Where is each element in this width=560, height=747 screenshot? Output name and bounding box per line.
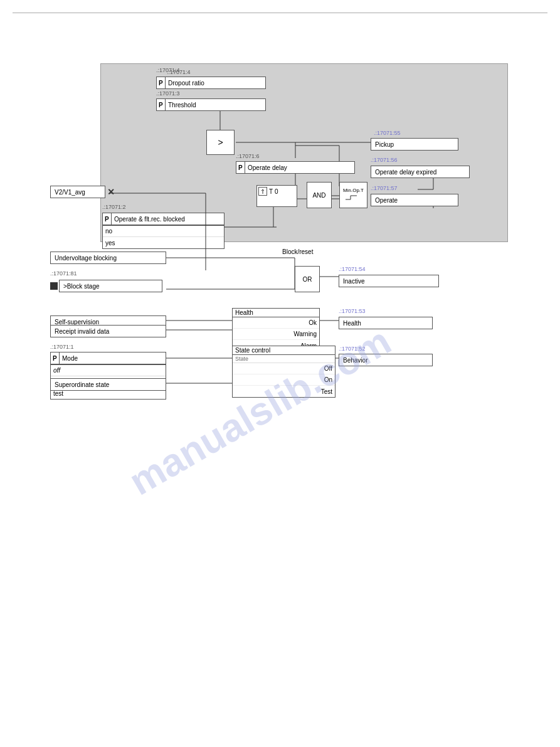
ref-inactive: .:17071:54 (339, 266, 366, 272)
state-sub-header: State (233, 355, 335, 363)
inactive-output: Inactive (339, 275, 439, 287)
op-flt-list: no yes (102, 225, 225, 249)
state-test-row: Test (233, 386, 335, 397)
warning-row: Warning (233, 329, 319, 340)
ref-health-out: .:17071:53 (339, 308, 366, 314)
health-output: Health (339, 317, 433, 329)
block-stage-input: >Block stage (50, 280, 162, 292)
dropout-text: Dropout ratio (166, 77, 253, 88)
ref-op-flt: .:17071:2 (102, 204, 126, 210)
v2v1-input: V2/V1_avg (50, 186, 105, 198)
block-reset-label: Block/reset (282, 248, 313, 255)
operate-delay-p: P (236, 162, 245, 173)
v2v1-signal-container: V2/V1_avg ✕ (50, 186, 115, 198)
min-op-block: Min.Op.T (339, 182, 367, 208)
operate-delay-expired-output: Operate delay expired (371, 166, 470, 178)
op-flt-text: Operate & flt.rec. blocked (112, 213, 199, 225)
or-label: OR (303, 276, 312, 283)
upper-diagram-box: .:17071:4 .:17071:4 P Dropout ratio .:17… (100, 63, 508, 242)
block-indicator (50, 282, 58, 290)
op-no-row: no (103, 226, 224, 237)
mode-text: Mode (60, 352, 147, 364)
timer-t-label: T (269, 188, 273, 195)
pickup-output: Pickup (371, 138, 458, 151)
ref-operate: .:17071:57 (371, 185, 398, 191)
health-header: Health (233, 309, 319, 317)
state-on-row: On (233, 374, 335, 386)
receipt-invalid-input: Receipt invalid data (50, 325, 166, 337)
ref-threshold-label: .:17071:3 (156, 90, 180, 97)
mode-param: P Mode (50, 352, 166, 364)
comparator-symbol: > (218, 137, 223, 147)
threshold-p-label: P (157, 99, 166, 110)
operate-delay-text: Operate delay (245, 162, 333, 173)
op-flt-p: P (103, 213, 112, 225)
ref-mode: .:17071:1 (50, 344, 74, 350)
mode-off-row: off (51, 365, 166, 376)
timer-block: T 0 (256, 185, 297, 207)
ok-row: Ok (233, 317, 319, 329)
ref-operate-delay: .:17071:6 (236, 153, 260, 159)
timer-0-label: 0 (275, 188, 278, 195)
comparator-block: > (206, 130, 235, 155)
threshold-text: Threshold (166, 99, 253, 110)
superordinate-input: Superordinate state (50, 378, 166, 391)
ref-behavior: .:17071:52 (339, 346, 366, 352)
threshold-param: P Threshold (156, 98, 266, 111)
ref-pickup: .:17071:55 (374, 130, 401, 136)
cross-symbol: ✕ (107, 187, 115, 197)
mode-p-label: P (51, 352, 60, 364)
operate-delay-param: P Operate delay (236, 161, 355, 174)
ref-ode: .:17071:56 (371, 157, 398, 163)
undervoltage-label: Undervoltage blocking (50, 252, 166, 264)
or-block: OR (295, 266, 320, 292)
op-yes-row: yes (103, 237, 224, 248)
dropout-param: P Dropout ratio (156, 77, 266, 89)
and-label: AND (312, 192, 325, 199)
ref-dropout-label: .:17071:4 (156, 67, 180, 73)
op-flt-param: P Operate & flt.rec. blocked (102, 213, 225, 225)
state-control-header: State control (233, 346, 335, 355)
state-control-block: State control State Off On Test (232, 346, 335, 398)
state-off-row: Off (233, 363, 335, 374)
operate-output: Operate (371, 194, 458, 206)
min-op-label: Min.Op.T (343, 188, 364, 194)
dropout-p-label: P (157, 77, 166, 88)
behavior-output: Behavior (339, 354, 433, 366)
lower-section: Undervoltage blocking .:17071:81 >Block … (50, 248, 539, 405)
ref-block-stage: .:17071:81 (50, 270, 77, 277)
and-block: AND (307, 182, 332, 208)
